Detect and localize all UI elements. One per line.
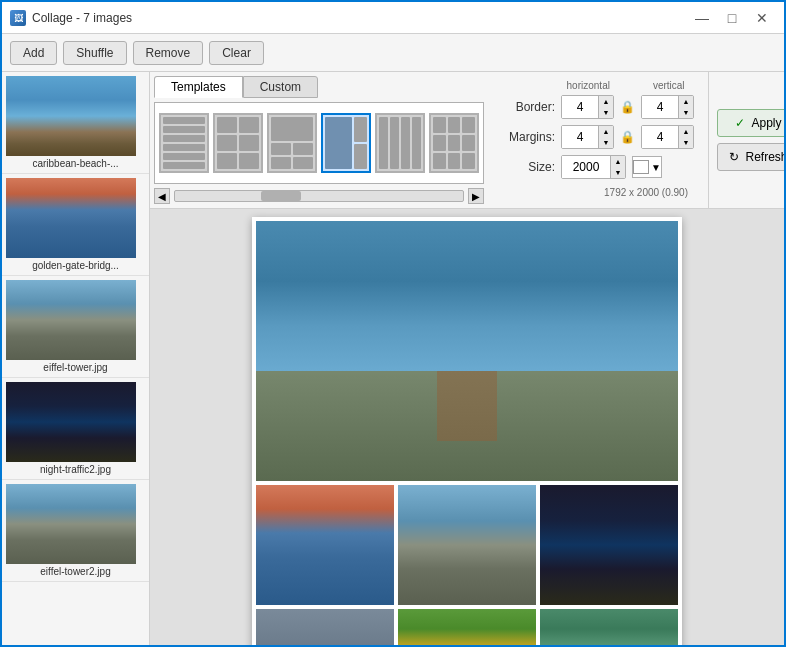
title-bar-left: 🖼 Collage - 7 images bbox=[10, 10, 132, 26]
template-cell bbox=[271, 157, 291, 169]
color-dropdown-arrow: ▼ bbox=[651, 162, 661, 173]
margins-h-field[interactable] bbox=[562, 126, 598, 148]
template-thumb-2[interactable] bbox=[213, 113, 263, 173]
border-h-spinner[interactable]: ▲ ▼ bbox=[561, 95, 614, 119]
list-item[interactable]: caribbean-beach-... bbox=[2, 72, 149, 174]
add-button[interactable]: Add bbox=[10, 41, 57, 65]
tab-templates[interactable]: Templates bbox=[154, 76, 243, 98]
margins-v-spinner[interactable]: ▲ ▼ bbox=[641, 125, 694, 149]
template-cell bbox=[217, 153, 237, 169]
remove-button[interactable]: Remove bbox=[133, 41, 204, 65]
list-item[interactable]: night-traffic2.jpg bbox=[2, 378, 149, 480]
border-label: Border: bbox=[500, 100, 555, 114]
size-label: Size: bbox=[500, 160, 555, 174]
color-swatch bbox=[633, 160, 649, 174]
apply-button[interactable]: ✓ Apply bbox=[717, 109, 784, 137]
tab-custom[interactable]: Custom bbox=[243, 76, 318, 98]
template-cell bbox=[433, 153, 446, 169]
image-label: night-traffic2.jpg bbox=[6, 464, 145, 475]
border-v-up[interactable]: ▲ bbox=[679, 96, 693, 107]
template-thumb-4[interactable] bbox=[321, 113, 371, 173]
horizontal-header: horizontal bbox=[561, 80, 616, 91]
template-cell bbox=[354, 117, 367, 142]
margins-h-spinner[interactable]: ▲ ▼ bbox=[561, 125, 614, 149]
margins-v-up[interactable]: ▲ bbox=[679, 126, 693, 137]
action-buttons: ✓ Apply ↻ Refresh bbox=[708, 72, 784, 208]
template-thumb-5[interactable] bbox=[375, 113, 425, 173]
template-cell bbox=[412, 117, 421, 169]
template-cell bbox=[217, 117, 237, 133]
margins-h-spinner-btns: ▲ ▼ bbox=[598, 126, 613, 148]
template-cell bbox=[448, 135, 461, 151]
maximize-button[interactable]: □ bbox=[718, 7, 746, 29]
margins-row: Margins: ▲ ▼ 🔒 bbox=[500, 125, 696, 149]
collage-second-row bbox=[256, 609, 678, 645]
margins-h-up[interactable]: ▲ bbox=[599, 126, 613, 137]
thumbnail-eiffel bbox=[6, 280, 136, 360]
collage-cell-eiffel2 bbox=[256, 609, 394, 645]
border-v-spinner[interactable]: ▲ ▼ bbox=[641, 95, 694, 119]
template-cell bbox=[448, 153, 461, 169]
size-field[interactable] bbox=[562, 156, 610, 178]
list-item[interactable]: golden-gate-bridg... bbox=[2, 174, 149, 276]
color-picker[interactable]: ▼ bbox=[632, 156, 662, 178]
template-cell bbox=[462, 117, 475, 133]
check-icon: ✓ bbox=[735, 116, 745, 130]
refresh-button[interactable]: ↻ Refresh bbox=[717, 143, 784, 171]
template-cell bbox=[325, 117, 352, 169]
collage-cell-night-traffic bbox=[540, 485, 678, 605]
border-h-field[interactable] bbox=[562, 96, 598, 118]
template-cell bbox=[239, 153, 259, 169]
minimize-button[interactable]: — bbox=[688, 7, 716, 29]
template-cell bbox=[293, 143, 313, 155]
border-v-input-group: ▲ ▼ bbox=[641, 95, 694, 119]
scroll-right-button[interactable]: ▶ bbox=[468, 188, 484, 204]
template-cell bbox=[271, 143, 291, 155]
image-label: caribbean-beach-... bbox=[6, 158, 145, 169]
margins-v-down[interactable]: ▼ bbox=[679, 137, 693, 148]
image-label: golden-gate-bridg... bbox=[6, 260, 145, 271]
margins-lock-icon[interactable]: 🔒 bbox=[620, 130, 635, 144]
margins-h-down[interactable]: ▼ bbox=[599, 137, 613, 148]
size-down[interactable]: ▼ bbox=[611, 167, 625, 178]
size-spinner[interactable]: ▲ ▼ bbox=[561, 155, 626, 179]
border-h-up[interactable]: ▲ bbox=[599, 96, 613, 107]
shuffle-button[interactable]: Shuffle bbox=[63, 41, 126, 65]
template-thumb-3[interactable] bbox=[267, 113, 317, 173]
list-item[interactable]: eiffel-tower2.jpg bbox=[2, 480, 149, 582]
template-cell bbox=[433, 117, 446, 133]
clear-button[interactable]: Clear bbox=[209, 41, 264, 65]
collage-canvas bbox=[252, 217, 682, 645]
template-thumb-6[interactable] bbox=[429, 113, 479, 173]
border-v-down[interactable]: ▼ bbox=[679, 107, 693, 118]
margins-v-field[interactable] bbox=[642, 126, 678, 148]
right-panel: Templates Custom bbox=[150, 72, 784, 645]
template-cell bbox=[217, 135, 237, 151]
template-cell bbox=[390, 117, 399, 169]
size-input-group: ▲ ▼ bbox=[561, 155, 626, 179]
template-cell bbox=[163, 126, 205, 133]
template-cell bbox=[163, 153, 205, 160]
margins-h-input-group: ▲ ▼ bbox=[561, 125, 614, 149]
collage-bottom-row bbox=[256, 485, 678, 605]
border-v-field[interactable] bbox=[642, 96, 678, 118]
border-v-spinner-btns: ▲ ▼ bbox=[678, 96, 693, 118]
template-cell bbox=[163, 162, 205, 169]
list-item[interactable]: eiffel-tower.jpg bbox=[2, 276, 149, 378]
border-lock-icon[interactable]: 🔒 bbox=[620, 100, 635, 114]
size-up[interactable]: ▲ bbox=[611, 156, 625, 167]
template-thumb-1[interactable] bbox=[159, 113, 209, 173]
apply-label: Apply bbox=[751, 116, 781, 130]
settings-area: horizontal vertical Border: ▲ ▼ bbox=[488, 72, 708, 208]
refresh-icon: ↻ bbox=[729, 150, 739, 164]
scroll-left-button[interactable]: ◀ bbox=[154, 188, 170, 204]
size-spinner-btns: ▲ ▼ bbox=[610, 156, 625, 178]
border-h-down[interactable]: ▼ bbox=[599, 107, 613, 118]
main-window: 🖼 Collage - 7 images — □ ✕ Add Shuffle R… bbox=[0, 0, 786, 647]
template-scrollbar[interactable] bbox=[174, 190, 464, 202]
template-cell bbox=[163, 135, 205, 142]
border-h-input-group: ▲ ▼ bbox=[561, 95, 614, 119]
template-cell bbox=[239, 135, 259, 151]
template-cell bbox=[293, 157, 313, 169]
close-button[interactable]: ✕ bbox=[748, 7, 776, 29]
